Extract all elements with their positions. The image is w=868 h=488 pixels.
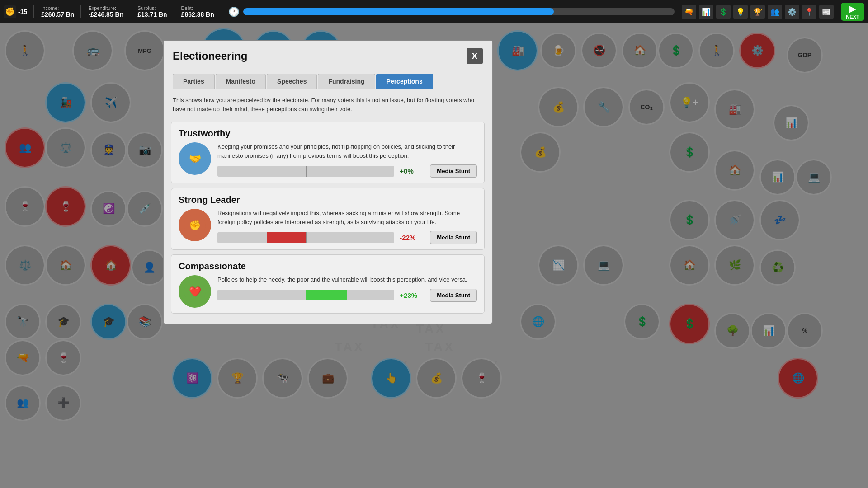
modal-title: Electioneering — [173, 50, 247, 62]
trustworthy-right: Keeping your promises and your principle… — [217, 142, 477, 178]
meter-center-line — [306, 232, 307, 243]
map-icon-btn[interactable]: 📍 — [802, 5, 816, 19]
anger-block: ✊ -15 — [4, 5, 34, 18]
income-label: Income: — [41, 5, 74, 11]
strong-leader-bar-fill — [267, 232, 306, 243]
perception-trustworthy-card: Trustworthy 🤝 Keeping your promises and … — [171, 122, 485, 183]
compassionate-title: Compassionate — [179, 261, 477, 272]
chart-icon-btn[interactable]: 📊 — [699, 5, 713, 19]
compassionate-meter-row: +23% Media Stunt — [217, 289, 477, 302]
modal-tabs: Parties Manifesto Speeches Fundraising P… — [164, 69, 492, 89]
news-icon-btn[interactable]: 📰 — [819, 5, 834, 19]
strong-leader-icon: ✊ — [179, 209, 211, 241]
trustworthy-meter — [217, 166, 394, 177]
topbar: ✊ -15 Income: £260.57 Bn Expenditure: -£… — [0, 0, 868, 23]
bulb-icon-btn[interactable]: 💡 — [733, 5, 748, 19]
compassionate-value: +23% — [400, 291, 425, 299]
svg-text:❤️: ❤️ — [189, 286, 202, 298]
top-icons: 🔫 📊 💲 💡 🏆 👥 ⚙️ 📍 📰 — [682, 5, 834, 19]
close-button[interactable]: X — [467, 48, 483, 64]
trustworthy-value: +0% — [400, 167, 425, 175]
debt-stat: Debt: £862.38 Bn — [181, 5, 221, 18]
compassionate-meter — [217, 290, 394, 300]
expenditure-stat: Expenditure: -£246.85 Bn — [88, 5, 130, 18]
surplus-value: £13.71 Bn — [137, 11, 167, 18]
trustworthy-title: Trustworthy — [179, 128, 477, 139]
clock-icon: 🕐 — [228, 6, 240, 17]
compassionate-bar-fill — [306, 290, 347, 300]
compassionate-media-stunt-button[interactable]: Media Stunt — [430, 289, 477, 302]
expenditure-value: -£246.85 Bn — [88, 11, 123, 18]
strong-leader-title: Strong Leader — [179, 195, 477, 205]
debt-value: £862.38 Bn — [181, 11, 214, 18]
tab-fundraising[interactable]: Fundraising — [318, 74, 375, 89]
compassionate-right: Policies to help the needy, the poor and… — [217, 275, 477, 302]
gear-icon-btn[interactable]: ⚙️ — [785, 5, 799, 19]
strong-leader-meter — [217, 232, 394, 243]
strong-leader-meter-row: -22% Media Stunt — [217, 231, 477, 244]
people-icon-btn[interactable]: 👥 — [768, 5, 782, 19]
income-value: £260.57 Bn — [41, 11, 74, 18]
perception-compassionate-card: Compassionate ❤️ Policies to help the ne… — [171, 254, 485, 314]
tab-speeches[interactable]: Speeches — [267, 74, 317, 89]
tab-parties[interactable]: Parties — [173, 74, 215, 89]
svg-text:🤝: 🤝 — [189, 153, 202, 165]
clock-area: 🕐 — [228, 6, 675, 17]
debt-label: Debt: — [181, 5, 214, 11]
dollar-icon-btn[interactable]: 💲 — [716, 5, 731, 19]
fist-icon: ✊ — [4, 5, 16, 18]
anger-value: -15 — [18, 8, 27, 15]
strong-leader-media-stunt-button[interactable]: Media Stunt — [430, 231, 477, 244]
income-stat: Income: £260.57 Bn — [41, 5, 81, 18]
strong-leader-value: -22% — [400, 234, 425, 241]
meter-center-line — [306, 166, 307, 177]
trustworthy-media-stunt-button[interactable]: Media Stunt — [430, 164, 477, 178]
modal-description: This shows how you are perceived by the … — [164, 89, 492, 117]
time-progress-bar — [243, 8, 675, 15]
trustworthy-desc: Keeping your promises and your principle… — [217, 142, 477, 160]
trustworthy-body: 🤝 Keeping your promises and your princip… — [179, 142, 477, 178]
modal-title-bar: Electioneering X — [164, 41, 492, 69]
tab-manifesto[interactable]: Manifesto — [216, 74, 266, 89]
compassionate-icon: ❤️ — [179, 275, 211, 308]
electioneering-modal: Electioneering X Parties Manifesto Speec… — [163, 40, 493, 324]
strong-leader-desc: Resignations will negatively impact this… — [217, 209, 477, 226]
strong-leader-right: Resignations will negatively impact this… — [217, 209, 477, 244]
trustworthy-icon: 🤝 — [179, 142, 211, 175]
expenditure-label: Expenditure: — [88, 5, 123, 11]
surplus-label: Surplus: — [137, 5, 167, 11]
compassionate-body: ❤️ Policies to help the needy, the poor … — [179, 275, 477, 308]
compassionate-desc: Policies to help the needy, the poor and… — [217, 275, 477, 284]
perception-strong-leader-card: Strong Leader ✊ Resignations will negati… — [171, 188, 485, 250]
trophy-icon-btn[interactable]: 🏆 — [750, 5, 765, 19]
next-button[interactable]: ▶ NEXT — [841, 3, 864, 21]
trustworthy-meter-row: +0% Media Stunt — [217, 164, 477, 178]
surplus-stat: Surplus: £13.71 Bn — [137, 5, 174, 18]
strong-leader-body: ✊ Resignations will negatively impact th… — [179, 209, 477, 244]
svg-text:✊: ✊ — [189, 219, 202, 231]
progress-fill — [243, 8, 554, 15]
gun-icon-btn[interactable]: 🔫 — [682, 5, 696, 19]
tab-perceptions[interactable]: Perceptions — [376, 74, 433, 89]
